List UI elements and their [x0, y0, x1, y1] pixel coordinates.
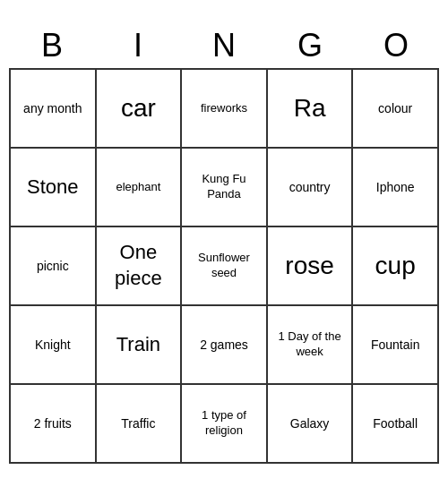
bingo-cell: Galaxy: [268, 385, 354, 464]
header-letter: I: [95, 23, 181, 68]
bingo-header: BINGO: [9, 23, 439, 68]
header-letter: G: [267, 23, 353, 68]
bingo-card: BINGO any monthcarfireworksRacolourStone…: [9, 23, 439, 464]
bingo-cell: Knight: [11, 306, 97, 385]
bingo-cell: elephant: [97, 149, 183, 227]
bingo-cell: 1 type of religion: [182, 385, 268, 464]
bingo-cell: car: [97, 70, 183, 149]
bingo-cell: Sunflower seed: [182, 227, 268, 306]
bingo-cell: any month: [11, 70, 97, 149]
bingo-cell: Stone: [11, 149, 97, 227]
bingo-cell: 2 games: [182, 306, 268, 385]
bingo-cell: picnic: [11, 227, 97, 306]
bingo-cell: Fountain: [353, 306, 439, 385]
bingo-cell: Train: [97, 306, 183, 385]
bingo-cell: Football: [353, 385, 439, 464]
header-letter: N: [181, 23, 267, 68]
header-letter: O: [353, 23, 439, 68]
bingo-cell: country: [268, 149, 354, 227]
bingo-cell: Kung Fu Panda: [182, 149, 268, 227]
bingo-cell: Traffic: [97, 385, 183, 464]
bingo-cell: colour: [353, 70, 439, 149]
header-letter: B: [9, 23, 95, 68]
bingo-cell: cup: [353, 227, 439, 306]
bingo-cell: 1 Day of the week: [268, 306, 354, 385]
bingo-cell: fireworks: [182, 70, 268, 149]
bingo-cell: Iphone: [353, 149, 439, 227]
bingo-cell: 2 fruits: [11, 385, 97, 464]
bingo-cell: Ra: [268, 70, 354, 149]
bingo-cell: One piece: [97, 227, 183, 306]
bingo-grid: any monthcarfireworksRacolourStoneelepha…: [9, 68, 439, 464]
bingo-cell: rose: [268, 227, 354, 306]
